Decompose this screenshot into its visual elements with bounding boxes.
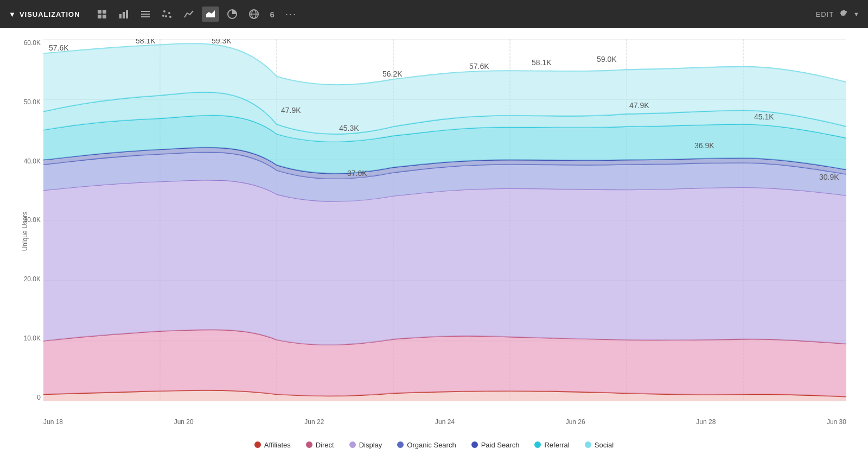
toolbar-title-text: VISUALIZATION <box>20 10 80 18</box>
toolbar-right: EDIT ▼ <box>815 8 859 21</box>
legend-item-referral[interactable]: Referral <box>534 441 569 449</box>
svg-text:56.2K: 56.2K <box>382 69 403 78</box>
x-axis-ticks: Jun 18 Jun 20 Jun 22 Jun 24 Jun 26 Jun 2… <box>43 418 846 426</box>
svg-rect-9 <box>141 16 150 17</box>
line-view-btn[interactable] <box>180 7 197 22</box>
y-axis-ticks: 60.0K 50.0K 40.0K 30.0K 20.0K 10.0K 0 <box>11 39 41 401</box>
x-tick-jun20: Jun 20 <box>174 418 194 426</box>
edit-btn[interactable]: EDIT <box>815 10 834 18</box>
legend-dot-display <box>349 441 356 448</box>
svg-text:45.3K: 45.3K <box>339 124 359 132</box>
number-view-btn[interactable]: 6 <box>267 8 278 21</box>
number-icon: 6 <box>270 10 275 19</box>
legend-dot-direct <box>306 441 312 448</box>
chart-container: Unique Users <box>0 28 868 461</box>
y-tick-20k: 20.0K <box>11 275 41 283</box>
svg-text:47.9K: 47.9K <box>281 105 301 114</box>
svg-rect-1 <box>103 10 106 14</box>
legend-item-social[interactable]: Social <box>585 441 614 449</box>
svg-rect-8 <box>141 14 150 15</box>
svg-point-10 <box>163 10 165 12</box>
svg-rect-4 <box>119 14 122 18</box>
svg-rect-7 <box>141 11 150 12</box>
toolbar: ▼ VISUALIZATION 6 ··· EDIT <box>0 0 868 28</box>
area-view-btn[interactable] <box>202 7 219 22</box>
svg-rect-2 <box>98 15 101 18</box>
legend-label-social: Social <box>595 441 614 449</box>
legend-item-direct[interactable]: Direct <box>306 441 334 449</box>
chart-area: Unique Users <box>0 28 868 434</box>
legend-dot-social <box>585 441 591 448</box>
bar-view-btn[interactable] <box>115 7 132 22</box>
legend-item-display[interactable]: Display <box>349 441 382 449</box>
y-tick-60k: 60.0K <box>11 39 41 47</box>
legend-label-display: Display <box>359 441 382 449</box>
x-tick-jun26: Jun 26 <box>566 418 585 426</box>
legend-item-affiliates[interactable]: Affiliates <box>254 441 291 449</box>
svg-point-12 <box>165 15 167 17</box>
svg-marker-15 <box>206 10 215 17</box>
svg-text:36.9K: 36.9K <box>694 141 714 150</box>
legend-dot-organic <box>397 441 404 448</box>
legend-dot-affiliates <box>254 441 261 448</box>
svg-rect-5 <box>123 12 125 18</box>
legend-dot-paid <box>471 441 478 448</box>
chart-legend: Affiliates Direct Display Organic Search… <box>0 434 868 461</box>
x-tick-jun22: Jun 22 <box>304 418 324 426</box>
table-view-btn[interactable] <box>93 7 111 22</box>
chart-svg: 57.6K 58.1K 59.3K 47.9K 45.3K 37.0K 56.2… <box>43 39 846 401</box>
geo-view-btn[interactable] <box>245 7 263 22</box>
y-tick-0: 0 <box>11 394 41 401</box>
svg-text:57.6K: 57.6K <box>49 43 69 52</box>
x-tick-jun18: Jun 18 <box>43 418 63 426</box>
scatter-view-btn[interactable] <box>158 7 176 22</box>
legend-label-paid: Paid Search <box>481 441 520 449</box>
svg-text:59.0K: 59.0K <box>597 55 617 64</box>
y-tick-30k: 30.0K <box>11 216 41 224</box>
legend-label-organic: Organic Search <box>407 441 456 449</box>
legend-item-paid[interactable]: Paid Search <box>471 441 520 449</box>
settings-icon[interactable] <box>838 8 849 21</box>
svg-text:37.0K: 37.0K <box>347 169 367 178</box>
svg-text:59.3K: 59.3K <box>212 39 232 46</box>
svg-text:58.1K: 58.1K <box>532 58 552 66</box>
settings-dropdown-arrow[interactable]: ▼ <box>853 11 859 17</box>
x-tick-jun24: Jun 24 <box>435 418 455 426</box>
legend-label-referral: Referral <box>544 441 569 449</box>
svg-rect-0 <box>98 10 101 14</box>
svg-text:57.6K: 57.6K <box>469 62 489 71</box>
svg-rect-3 <box>103 15 106 18</box>
toolbar-title-arrow: ▼ <box>9 10 16 18</box>
more-icon: ··· <box>285 9 297 20</box>
pie-view-btn[interactable] <box>224 7 241 22</box>
svg-point-14 <box>162 15 164 17</box>
svg-rect-6 <box>126 10 128 18</box>
legend-label-affiliates: Affiliates <box>264 441 291 449</box>
svg-point-11 <box>168 12 170 14</box>
svg-point-13 <box>169 16 171 18</box>
y-tick-10k: 10.0K <box>11 334 41 342</box>
x-tick-jun28: Jun 28 <box>696 418 716 426</box>
svg-text:30.9K: 30.9K <box>819 173 839 181</box>
list-view-btn[interactable] <box>137 7 154 22</box>
svg-text:47.9K: 47.9K <box>629 101 649 110</box>
toolbar-title: ▼ VISUALIZATION <box>9 10 80 18</box>
legend-item-organic[interactable]: Organic Search <box>397 441 456 449</box>
x-tick-jun30: Jun 30 <box>827 418 846 426</box>
svg-text:45.1K: 45.1K <box>754 112 774 121</box>
legend-dot-referral <box>534 441 541 448</box>
svg-text:58.1K: 58.1K <box>136 39 156 46</box>
legend-label-direct: Direct <box>316 441 334 449</box>
y-tick-40k: 40.0K <box>11 157 41 165</box>
more-btn[interactable]: ··· <box>282 7 300 22</box>
y-tick-50k: 50.0K <box>11 98 41 106</box>
